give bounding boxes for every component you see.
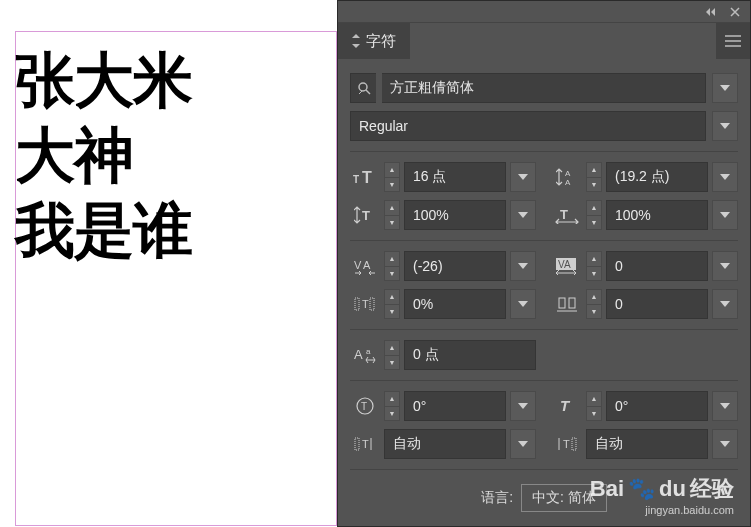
language-value[interactable]: 中文: 简体 [521,484,607,512]
kerning-dropdown[interactable] [510,251,536,281]
char-rotation-field[interactable]: 0° [404,391,506,421]
svg-text:T: T [353,174,359,185]
justify-right-dropdown[interactable] [712,429,738,459]
font-size-dropdown[interactable] [510,162,536,192]
horizontal-scale-field[interactable]: 100% [606,200,708,230]
svg-rect-15 [569,298,575,308]
kerning-icon: VA [350,253,380,279]
svg-rect-11 [355,298,359,310]
justify-left-dropdown[interactable] [510,429,536,459]
svg-text:VA: VA [558,259,571,270]
font-size-field[interactable]: 16 点 [404,162,506,192]
baseline-shift-spinner[interactable]: ▲▼ [384,289,400,319]
panel-body: 方正粗倩简体 Regular TT ▲▼ 16 点 A [338,59,750,522]
character-panel: 字符 方正粗倩简体 Regular TT [337,0,751,527]
baseline-shift-dropdown[interactable] [510,289,536,319]
vertical-scale-field[interactable]: 100% [404,200,506,230]
svg-text:T: T [560,397,571,414]
kern-track-row: VA ▲▼ (-26) VA ▲▼ 0 [350,251,738,281]
horizontal-scale-icon: T [552,202,582,228]
svg-text:A: A [565,169,571,178]
font-style-field[interactable]: Regular [350,111,706,141]
text-line-2: 大神 [15,119,192,194]
leading-dropdown[interactable] [712,162,738,192]
aki-dropdown[interactable] [712,289,738,319]
char-rotation-icon: T [350,393,380,419]
aki-field[interactable]: 0 [606,289,708,319]
divider [350,151,738,152]
svg-text:T: T [362,298,369,310]
font-size-icon: TT [350,164,380,190]
divider [350,380,738,381]
skew-dropdown[interactable] [712,391,738,421]
kerning-spinner[interactable]: ▲▼ [384,251,400,281]
baseline-aki-row: T ▲▼ 0% ▲▼ 0 [350,289,738,319]
tracking-dropdown[interactable] [712,251,738,281]
tracking-spinner[interactable]: ▲▼ [586,251,602,281]
justify-row: T 自动 T 自动 [350,429,738,459]
divider [350,469,738,470]
svg-text:A: A [354,347,363,362]
close-icon[interactable] [728,5,742,19]
panel-menu-button[interactable] [716,23,750,59]
divider [350,329,738,330]
aki-spinner[interactable]: ▲▼ [586,289,602,319]
canvas-text[interactable]: 张大米 大神 我是谁 [15,44,192,269]
language-row: 语言: 中文: 简体 [350,484,738,512]
baseline-shift-icon: T [350,291,380,317]
text-line-3: 我是谁 [15,194,192,269]
justify-right-icon: T [552,431,582,457]
tsume-field[interactable]: 0 点 [404,340,536,370]
svg-text:a: a [366,347,371,356]
horizontal-scale-dropdown[interactable] [712,200,738,230]
panel-titlebar [338,1,750,23]
tsume-spinner[interactable]: ▲▼ [384,340,400,370]
svg-rect-24 [572,438,576,450]
vertical-scale-icon: T [350,202,380,228]
tracking-field[interactable]: 0 [606,251,708,281]
justify-right-field[interactable]: 自动 [586,429,708,459]
svg-text:T: T [362,438,369,450]
svg-rect-21 [355,438,359,450]
tab-character[interactable]: 字符 [338,23,410,59]
collapse-icon[interactable] [704,5,718,19]
vertical-scale-dropdown[interactable] [510,200,536,230]
kerning-field[interactable]: (-26) [404,251,506,281]
svg-text:T: T [563,438,570,450]
divider [350,240,738,241]
tab-bar: 字符 [338,23,750,59]
font-search-button[interactable] [350,73,376,103]
font-style-dropdown[interactable] [712,111,738,141]
font-family-dropdown[interactable] [712,73,738,103]
text-line-1: 张大米 [15,44,192,119]
svg-text:V: V [354,259,362,271]
svg-rect-14 [559,298,565,308]
baseline-shift-field[interactable]: 0% [404,289,506,319]
svg-text:T: T [362,208,370,223]
leading-field[interactable]: (19.2 点) [606,162,708,192]
svg-text:T: T [362,169,372,186]
svg-text:A: A [363,259,371,271]
skew-field[interactable]: 0° [606,391,708,421]
size-leading-row: TT ▲▼ 16 点 AA ▲▼ (19.2 点) [350,162,738,192]
tsume-row: Aa ▲▼ 0 点 [350,340,738,370]
font-style-row: Regular [350,111,738,141]
svg-point-0 [359,83,367,91]
horizontal-scale-spinner[interactable]: ▲▼ [586,200,602,230]
justify-left-icon: T [350,431,380,457]
tab-bar-empty [410,23,716,59]
skew-spinner[interactable]: ▲▼ [586,391,602,421]
char-rotation-dropdown[interactable] [510,391,536,421]
char-rotation-spinner[interactable]: ▲▼ [384,391,400,421]
font-size-spinner[interactable]: ▲▼ [384,162,400,192]
svg-text:T: T [560,207,568,222]
font-family-field[interactable]: 方正粗倩简体 [382,73,706,103]
svg-text:A: A [565,178,571,187]
tab-label: 字符 [366,32,396,51]
tsume-icon: Aa [350,342,380,368]
leading-spinner[interactable]: ▲▼ [586,162,602,192]
svg-rect-13 [370,298,374,310]
justify-left-field[interactable]: 自动 [384,429,506,459]
vertical-scale-spinner[interactable]: ▲▼ [384,200,400,230]
rotation-skew-row: T ▲▼ 0° T ▲▼ 0° [350,391,738,421]
